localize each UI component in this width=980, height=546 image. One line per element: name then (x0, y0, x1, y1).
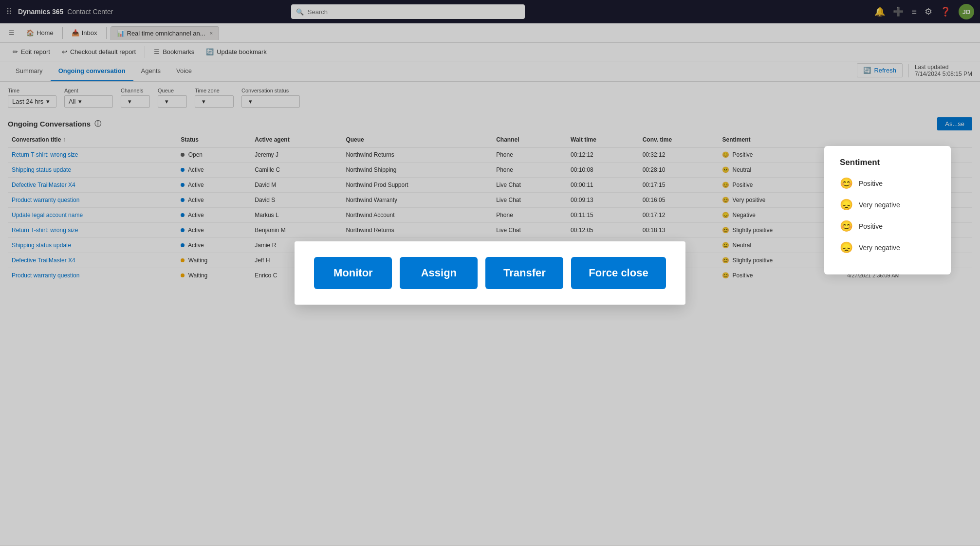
sentiment-row-label: Positive (859, 180, 883, 187)
sentiment-row-icon: 😞 (840, 241, 853, 254)
sentiment-title: Sentiment (840, 158, 935, 167)
monitor-button[interactable]: Monitor (314, 257, 392, 289)
transfer-button[interactable]: Transfer (485, 257, 563, 289)
assign-button[interactable]: Assign (400, 257, 478, 289)
sentiment-row-label: Very negative (859, 244, 900, 252)
force-close-button[interactable]: Force close (571, 257, 666, 289)
sentiment-row-label: Positive (859, 222, 883, 230)
sentiment-popup: Sentiment 😊 Positive 😞 Very negative 😊 P… (824, 146, 951, 274)
sentiment-row: 😊 Positive (840, 177, 935, 190)
sentiment-row-icon: 😊 (840, 220, 853, 233)
sentiment-row-icon: 😊 (840, 177, 853, 190)
sentiment-row: 😊 Positive (840, 220, 935, 233)
sentiment-row-label: Very negative (859, 201, 900, 209)
sentiment-row: 😞 Very negative (840, 199, 935, 211)
sentiment-row: 😞 Very negative (840, 241, 935, 254)
sentiment-row-icon: 😞 (840, 199, 853, 211)
action-popup: Monitor Assign Transfer Force close (295, 241, 685, 305)
